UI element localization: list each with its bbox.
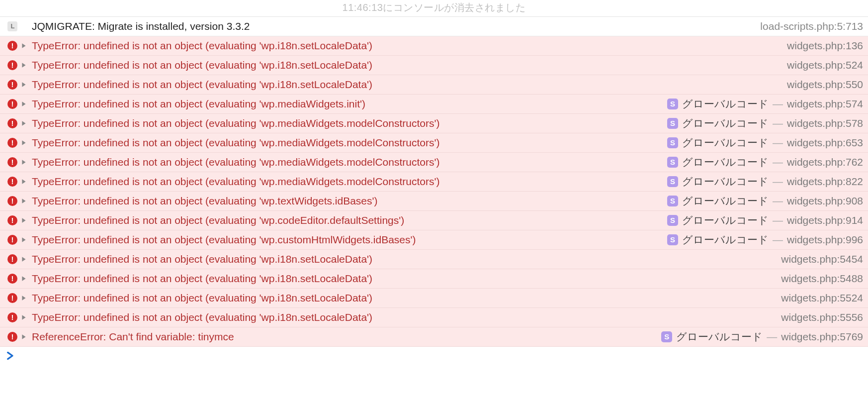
- disclosure-arrow-icon[interactable]: [19, 237, 29, 243]
- separator: —: [773, 116, 783, 130]
- console-source: load-scripts.php:5:713: [754, 19, 863, 33]
- console-row[interactable]: LJQMIGRATE: Migrate is installed, versio…: [0, 17, 868, 36]
- console-source: widgets.php:136: [781, 39, 863, 52]
- separator: —: [773, 194, 783, 207]
- console-row[interactable]: !TypeError: undefined is not an object (…: [0, 172, 868, 192]
- disclosure-arrow-icon[interactable]: [19, 82, 29, 88]
- console-row[interactable]: !TypeError: undefined is not an object (…: [0, 308, 868, 327]
- console-row[interactable]: !TypeError: undefined is not an object (…: [0, 36, 868, 56]
- source-location-link[interactable]: widgets.php:578: [787, 116, 863, 130]
- error-icon: !: [7, 254, 17, 264]
- source-location-link[interactable]: widgets.php:136: [787, 39, 863, 52]
- scope-badge-icon: S: [667, 137, 678, 148]
- error-icon: !: [7, 332, 17, 342]
- scope-badge-icon: S: [667, 118, 678, 129]
- console-prompt[interactable]: [0, 347, 868, 366]
- error-icon: !: [7, 60, 17, 70]
- console-message: TypeError: undefined is not an object (e…: [29, 78, 781, 91]
- error-icon: !: [7, 235, 17, 245]
- console-row[interactable]: !TypeError: undefined is not an object (…: [0, 250, 868, 269]
- error-icon: !: [7, 196, 17, 206]
- disclosure-arrow-icon[interactable]: [19, 62, 29, 68]
- scope-badge-icon: S: [667, 196, 678, 206]
- source-location-link[interactable]: widgets.php:822: [787, 175, 863, 188]
- source-location-link[interactable]: widgets.php:914: [787, 213, 863, 227]
- disclosure-arrow-icon[interactable]: [19, 314, 29, 320]
- disclosure-arrow-icon[interactable]: [19, 217, 29, 223]
- disclosure-arrow-icon[interactable]: [19, 276, 29, 282]
- disclosure-arrow-icon[interactable]: [19, 295, 29, 301]
- source-location-link[interactable]: widgets.php:5488: [781, 272, 863, 285]
- error-icon: !: [7, 177, 17, 187]
- source-location-link[interactable]: widgets.php:550: [787, 78, 863, 91]
- disclosure-arrow-icon[interactable]: [19, 256, 29, 262]
- disclosure-arrow-icon[interactable]: [19, 140, 29, 146]
- console-source: Sグローバルコード—widgets.php:908: [661, 194, 863, 207]
- console-row[interactable]: !TypeError: undefined is not an object (…: [0, 75, 868, 95]
- source-location-link[interactable]: widgets.php:524: [787, 58, 863, 72]
- console-source: widgets.php:524: [781, 58, 863, 72]
- source-location-link[interactable]: widgets.php:5524: [781, 291, 863, 304]
- console-message: ReferenceError: Can't find variable: tin…: [29, 330, 655, 343]
- console-source: Sグローバルコード—widgets.php:762: [661, 155, 863, 169]
- disclosure-arrow-icon[interactable]: [19, 198, 29, 204]
- console-source: widgets.php:5488: [775, 272, 863, 285]
- console-message: TypeError: undefined is not an object (e…: [29, 194, 661, 207]
- scope-label: グローバルコード: [682, 213, 769, 227]
- console-row[interactable]: !ReferenceError: Can't find variable: ti…: [0, 327, 868, 347]
- error-icon: !: [7, 293, 17, 303]
- console-row[interactable]: !TypeError: undefined is not an object (…: [0, 211, 868, 230]
- console-row[interactable]: !TypeError: undefined is not an object (…: [0, 114, 868, 133]
- console-source: widgets.php:5454: [775, 252, 863, 266]
- disclosure-arrow-icon[interactable]: [19, 334, 29, 340]
- console-message: TypeError: undefined is not an object (e…: [29, 233, 661, 246]
- scope-badge-icon: S: [667, 157, 678, 168]
- source-location-link[interactable]: widgets.php:5454: [781, 252, 863, 266]
- console-source: Sグローバルコード—widgets.php:914: [661, 213, 863, 227]
- console-row[interactable]: !TypeError: undefined is not an object (…: [0, 289, 868, 308]
- separator: —: [773, 97, 783, 110]
- console-row[interactable]: !TypeError: undefined is not an object (…: [0, 230, 868, 250]
- scope-label: グローバルコード: [682, 116, 769, 130]
- source-location-link[interactable]: widgets.php:5769: [781, 330, 863, 343]
- disclosure-arrow-icon[interactable]: [19, 179, 29, 185]
- console-row[interactable]: !TypeError: undefined is not an object (…: [0, 153, 868, 172]
- console-row[interactable]: !TypeError: undefined is not an object (…: [0, 192, 868, 211]
- console-source: Sグローバルコード—widgets.php:653: [661, 136, 863, 149]
- source-location-link[interactable]: widgets.php:5556: [781, 310, 863, 324]
- scope-badge-icon: S: [667, 234, 678, 245]
- console-message: TypeError: undefined is not an object (e…: [29, 39, 781, 52]
- console-message: TypeError: undefined is not an object (e…: [29, 116, 661, 130]
- source-location-link[interactable]: widgets.php:574: [787, 97, 863, 110]
- disclosure-arrow-icon[interactable]: [19, 159, 29, 165]
- disclosure-arrow-icon[interactable]: [19, 101, 29, 107]
- separator: —: [773, 175, 783, 188]
- console-row[interactable]: !TypeError: undefined is not an object (…: [0, 95, 868, 114]
- console-message: TypeError: undefined is not an object (e…: [29, 175, 661, 188]
- console-row[interactable]: !TypeError: undefined is not an object (…: [0, 56, 868, 75]
- console-source: widgets.php:5524: [775, 291, 863, 304]
- scope-label: グローバルコード: [682, 233, 769, 246]
- separator: —: [773, 155, 783, 169]
- error-icon: !: [7, 274, 17, 284]
- source-location-link[interactable]: widgets.php:653: [787, 136, 863, 149]
- disclosure-arrow-icon[interactable]: [19, 120, 29, 126]
- console-message: TypeError: undefined is not an object (e…: [29, 272, 775, 285]
- disclosure-arrow-icon[interactable]: [19, 43, 29, 49]
- source-location-link[interactable]: load-scripts.php:5:713: [760, 19, 863, 33]
- scope-label: グローバルコード: [682, 175, 769, 188]
- console-row[interactable]: !TypeError: undefined is not an object (…: [0, 269, 868, 289]
- console-source: Sグローバルコード—widgets.php:574: [661, 97, 863, 110]
- source-location-link[interactable]: widgets.php:762: [787, 155, 863, 169]
- separator: —: [773, 233, 783, 246]
- console-source: Sグローバルコード—widgets.php:996: [661, 233, 863, 246]
- scope-badge-icon: S: [667, 215, 678, 226]
- separator: —: [773, 213, 783, 227]
- error-icon: !: [7, 312, 17, 322]
- console-message: JQMIGRATE: Migrate is installed, version…: [29, 19, 754, 33]
- console-row[interactable]: !TypeError: undefined is not an object (…: [0, 133, 868, 153]
- source-location-link[interactable]: widgets.php:996: [787, 233, 863, 246]
- console-source: Sグローバルコード—widgets.php:822: [661, 175, 863, 188]
- console-source: widgets.php:5556: [775, 310, 863, 324]
- source-location-link[interactable]: widgets.php:908: [787, 194, 863, 207]
